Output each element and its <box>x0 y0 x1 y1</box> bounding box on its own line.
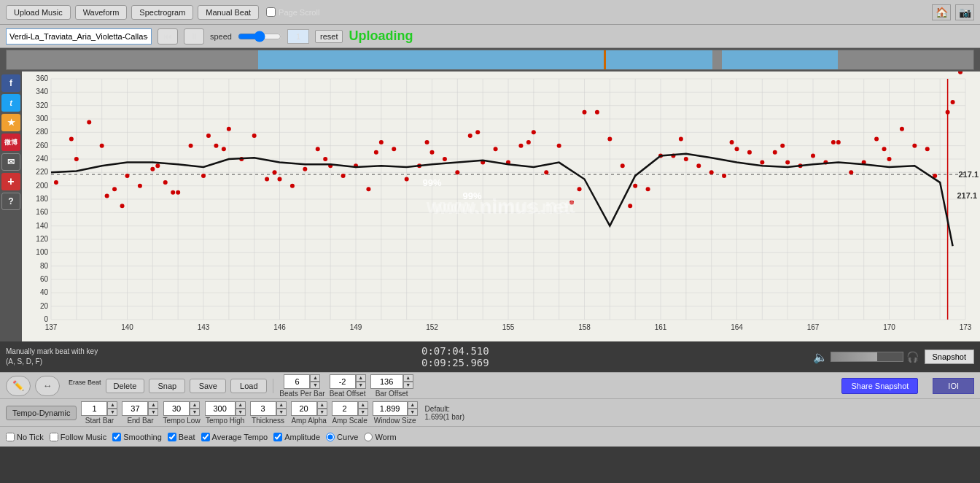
thickness-down[interactable]: ▼ <box>276 409 287 416</box>
start-bar-down[interactable]: ▼ <box>107 409 117 416</box>
amp-scale-input[interactable] <box>332 401 358 416</box>
worm-radio[interactable] <box>364 433 373 441</box>
mail-icon[interactable]: ✉ <box>1 153 20 171</box>
end-bar-input[interactable] <box>122 401 148 416</box>
speed-label: speed <box>210 32 232 41</box>
amp-alpha-label: Amp Alpha <box>291 417 326 425</box>
page-scroll-checkbox[interactable] <box>266 7 276 17</box>
load-button[interactable]: Load <box>230 379 267 393</box>
waveform-button[interactable]: Waveform <box>75 5 128 20</box>
toolbar: Upload Music Waveform Spectrogram Manual… <box>0 0 980 25</box>
delete-button[interactable]: Delete <box>106 379 145 393</box>
thickness-arrows: ▲ ▼ <box>276 401 287 416</box>
tempo-low-arrows: ▲ ▼ <box>190 401 200 416</box>
end-bar-up[interactable]: ▲ <box>148 401 158 409</box>
tempo-low-up[interactable]: ▲ <box>190 401 200 409</box>
amp-alpha-down[interactable]: ▼ <box>317 409 327 416</box>
page-scroll-label: Page Scroll <box>279 8 319 17</box>
speed-slider[interactable] <box>238 31 281 42</box>
amp-scale-up[interactable]: ▲ <box>358 401 368 409</box>
start-bar-up[interactable]: ▲ <box>107 401 117 409</box>
tempo-high-up[interactable]: ▲ <box>236 401 246 409</box>
tempo-dynamic-button[interactable]: Tempo-Dynamic <box>6 406 77 420</box>
amp-scale-group: ▲ ▼ Amp Scale <box>332 401 368 425</box>
follow-music-label[interactable]: Follow Music <box>50 433 107 441</box>
default-label: Default: <box>425 405 464 413</box>
manual-beat-button[interactable]: Manual Beat <box>198 5 259 20</box>
window-size-down[interactable]: ▼ <box>408 409 418 416</box>
thickness-group: ▲ ▼ Thickness <box>250 401 287 425</box>
smoothing-checkbox[interactable] <box>112 433 121 441</box>
end-bar-down[interactable]: ▼ <box>148 409 158 416</box>
save-button[interactable]: Save <box>190 379 226 393</box>
tempo-high-down[interactable]: ▼ <box>236 409 246 416</box>
average-tempo-checkbox[interactable] <box>201 433 210 441</box>
spectrogram-button[interactable]: Spectrogram <box>131 5 193 20</box>
amp-alpha-input[interactable] <box>291 401 317 416</box>
start-bar-group: ▲ ▼ Start Bar <box>81 401 117 425</box>
start-bar-label: Start Bar <box>85 417 114 425</box>
tempo-low-down[interactable]: ▼ <box>190 409 200 416</box>
amp-alpha-up[interactable]: ▲ <box>317 401 327 409</box>
amplitude-checkbox[interactable] <box>273 433 282 441</box>
skip-back-button[interactable]: ⏮ <box>158 28 178 45</box>
beat-offset-down[interactable]: ▼ <box>356 382 366 389</box>
no-tick-label[interactable]: No Tick <box>6 433 44 441</box>
beats-per-bar-arrows: ▲ ▼ <box>310 374 320 389</box>
waveform-container[interactable] <box>6 50 974 70</box>
beats-per-bar-down[interactable]: ▼ <box>310 382 320 389</box>
snap-button[interactable]: Snap <box>149 379 185 393</box>
tempo-low-input[interactable] <box>163 401 190 416</box>
time-display: 0:07:04.510 0:09:25.969 <box>104 345 806 368</box>
no-tick-checkbox[interactable] <box>6 433 15 441</box>
tempo-high-input[interactable] <box>205 401 236 416</box>
worm-label[interactable]: Worm <box>364 433 396 441</box>
average-tempo-label[interactable]: Average Tempo <box>201 433 268 441</box>
window-size-input[interactable] <box>373 401 408 416</box>
waveform-svg <box>7 50 973 69</box>
amplitude-label[interactable]: Amplitude <box>273 433 320 441</box>
window-size-up[interactable]: ▲ <box>408 401 418 409</box>
curve-label[interactable]: Curve <box>326 433 358 441</box>
smoothing-label[interactable]: Smoothing <box>112 433 162 441</box>
beats-per-bar-label: Beats Per Bar <box>279 390 324 398</box>
pause-button[interactable]: ⏸ <box>184 28 204 45</box>
facebook-icon[interactable]: f <box>1 74 20 92</box>
share-snapshot-button[interactable]: Share Snapshot <box>841 378 918 394</box>
thickness-input[interactable] <box>250 401 276 416</box>
filename-input[interactable] <box>6 28 152 45</box>
erase-beat-icon-btn[interactable]: ✏️ <box>6 376 31 396</box>
camera-button[interactable]: 📷 <box>955 4 974 20</box>
star-icon[interactable]: ★ <box>1 114 20 131</box>
tempo-high-group: ▲ ▼ Tempo High <box>205 401 246 425</box>
beat-offset-up[interactable]: ▲ <box>356 374 366 382</box>
snapshot-button[interactable]: Snapshot <box>925 349 974 364</box>
beat-checkbox[interactable] <box>168 433 176 441</box>
plus-icon[interactable]: + <box>1 173 20 190</box>
beats-per-bar-up[interactable]: ▲ <box>310 374 320 382</box>
move-beat-icon-btn[interactable]: ↔️ <box>35 376 60 396</box>
controls-row2: Tempo-Dynamic ▲ ▼ Start Bar ▲ ▼ End Bar <box>0 398 980 426</box>
headphone-icon: 🎧 <box>906 351 919 363</box>
help-icon[interactable]: ? <box>1 193 20 210</box>
beat-label[interactable]: Beat <box>168 433 195 441</box>
amp-scale-down[interactable]: ▼ <box>358 409 368 416</box>
twitter-icon[interactable]: t <box>1 94 20 112</box>
home-button[interactable]: 🏠 <box>932 4 951 20</box>
bar-offset-label: Bar Offset <box>376 390 408 398</box>
volume-bar[interactable] <box>831 352 903 362</box>
thickness-up[interactable]: ▲ <box>276 401 287 409</box>
upload-music-button[interactable]: Upload Music <box>6 5 71 20</box>
weibo-icon[interactable]: 微博 <box>1 134 20 151</box>
bar-offset-up[interactable]: ▲ <box>403 374 413 382</box>
follow-music-checkbox[interactable] <box>50 433 58 441</box>
ioi-button[interactable]: IOI <box>933 378 974 394</box>
curve-radio[interactable] <box>326 433 335 441</box>
beats-per-bar-input[interactable] <box>284 374 310 389</box>
reset-button[interactable]: reset <box>315 30 343 43</box>
bar-offset-input[interactable] <box>370 374 403 389</box>
start-bar-input[interactable] <box>81 401 107 416</box>
bar-offset-arrows: ▲ ▼ <box>403 374 413 389</box>
bar-offset-down[interactable]: ▼ <box>403 382 413 389</box>
beat-offset-input[interactable] <box>330 374 356 389</box>
